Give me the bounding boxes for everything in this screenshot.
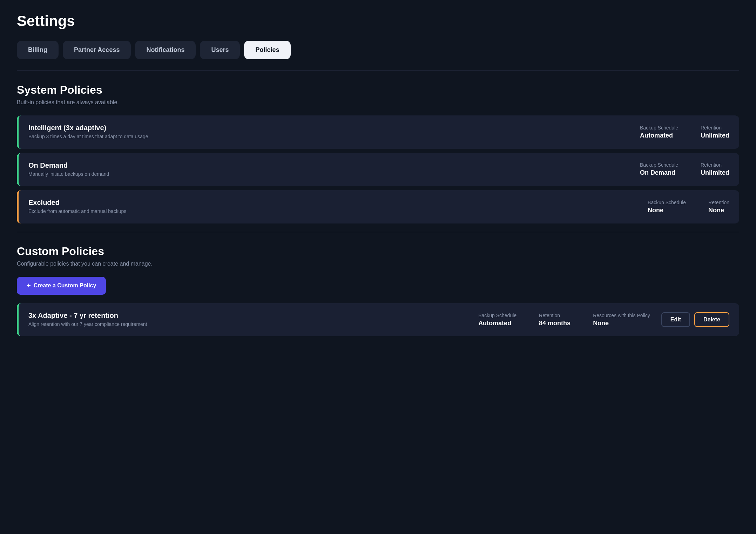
policy-desc-3x-adaptive: Align retention with our 7 year complian… [28,321,461,328]
backup-label-ondemand: Backup Schedule [640,162,678,168]
retention-label-intelligent: Retention [701,125,729,131]
policy-desc-ondemand: Manually initiate backups on demand [28,171,623,178]
backup-label-3x-adaptive: Backup Schedule [478,313,517,318]
policy-card-intelligent: Intelligent (3x adaptive) Backup 3 times… [17,115,739,149]
backup-value-3x-adaptive: Automated [478,320,517,327]
policy-meta-3x-adaptive: Backup Schedule Automated Retention 84 m… [478,313,650,327]
retention-value-excluded: None [708,207,729,214]
create-button-label: Create a Custom Policy [34,282,96,289]
policy-name-intelligent: Intelligent (3x adaptive) [28,124,623,132]
resources-value-3x-adaptive: None [593,320,650,327]
retention-label-ondemand: Retention [701,162,729,168]
policy-name-excluded: Excluded [28,199,631,207]
plus-icon: + [27,282,31,290]
meta-retention-3x-adaptive: Retention 84 months [539,313,571,327]
meta-backup-ondemand: Backup Schedule On Demand [640,162,678,176]
meta-retention-excluded: Retention None [708,200,729,214]
policy-info-excluded: Excluded Exclude from automatic and manu… [28,199,631,215]
page-title: Settings [17,13,739,29]
backup-label-intelligent: Backup Schedule [640,125,678,131]
meta-backup-3x-adaptive: Backup Schedule Automated [478,313,517,327]
divider-top [17,71,739,71]
retention-label-3x-adaptive: Retention [539,313,571,318]
divider-middle [17,232,739,232]
tab-policies[interactable]: Policies [244,41,290,59]
tab-partner-access[interactable]: Partner Access [63,41,131,59]
meta-resources-3x-adaptive: Resources with this Policy None [593,313,650,327]
create-custom-policy-button[interactable]: + Create a Custom Policy [17,277,106,295]
delete-button-3x-adaptive[interactable]: Delete [694,312,729,327]
retention-label-excluded: Retention [708,200,729,205]
system-policies-subtitle: Built-in policies that are always availa… [17,99,739,106]
custom-policies-subtitle: Configurable policies that you can creat… [17,261,739,267]
policy-card-excluded: Excluded Exclude from automatic and manu… [17,190,739,223]
system-policies-title: System Policies [17,84,739,96]
tab-notifications[interactable]: Notifications [135,41,196,59]
edit-button-3x-adaptive[interactable]: Edit [661,312,690,327]
policy-name-ondemand: On Demand [28,161,623,169]
custom-policies-section: Custom Policies Configurable policies th… [17,245,739,336]
retention-value-intelligent: Unlimited [701,132,729,139]
policy-desc-intelligent: Backup 3 times a day at times that adapt… [28,133,623,140]
meta-backup-intelligent: Backup Schedule Automated [640,125,678,139]
tab-billing[interactable]: Billing [17,41,59,59]
policy-meta-excluded: Backup Schedule None Retention None [648,200,729,214]
policy-meta-intelligent: Backup Schedule Automated Retention Unli… [640,125,729,139]
policy-meta-ondemand: Backup Schedule On Demand Retention Unli… [640,162,729,176]
backup-value-ondemand: On Demand [640,169,678,176]
policy-card-ondemand: On Demand Manually initiate backups on d… [17,153,739,186]
retention-value-3x-adaptive: 84 months [539,320,571,327]
resources-label-3x-adaptive: Resources with this Policy [593,313,650,318]
backup-label-excluded: Backup Schedule [648,200,686,205]
tab-users[interactable]: Users [200,41,240,59]
meta-retention-intelligent: Retention Unlimited [701,125,729,139]
policy-info-intelligent: Intelligent (3x adaptive) Backup 3 times… [28,124,623,140]
backup-value-excluded: None [648,207,686,214]
meta-retention-ondemand: Retention Unlimited [701,162,729,176]
policy-desc-excluded: Exclude from automatic and manual backup… [28,208,631,215]
retention-value-ondemand: Unlimited [701,169,729,176]
policy-info-3x-adaptive: 3x Adaptive - 7 yr retention Align reten… [28,312,461,328]
policy-info-ondemand: On Demand Manually initiate backups on d… [28,161,623,178]
policy-actions-3x-adaptive: Edit Delete [661,312,729,327]
custom-policies-title: Custom Policies [17,245,739,258]
policy-card-3x-adaptive: 3x Adaptive - 7 yr retention Align reten… [17,303,739,336]
policy-name-3x-adaptive: 3x Adaptive - 7 yr retention [28,312,461,320]
system-policies-section: System Policies Built-in policies that a… [17,84,739,223]
backup-value-intelligent: Automated [640,132,678,139]
tabs-container: Billing Partner Access Notifications Use… [17,41,739,59]
meta-backup-excluded: Backup Schedule None [648,200,686,214]
